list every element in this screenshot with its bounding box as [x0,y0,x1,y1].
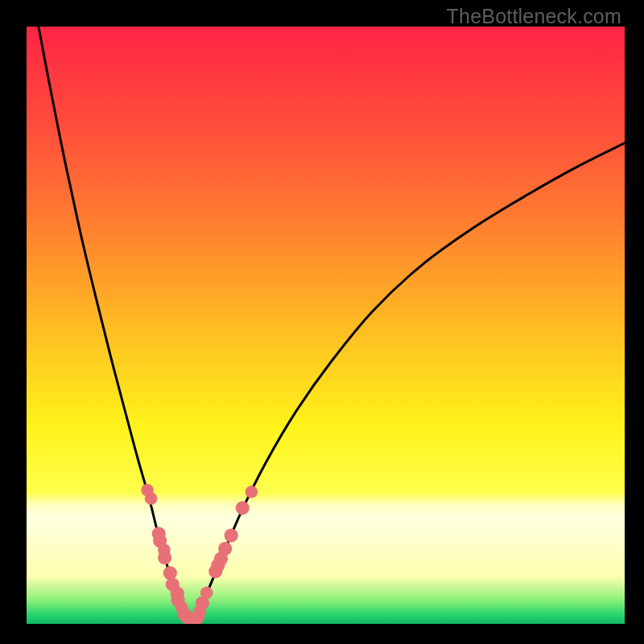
chart-canvas [27,27,625,624]
sample-dot [145,492,158,505]
bottleneck-curve [39,27,625,623]
watermark-label: TheBottleneck.com [447,5,621,28]
sample-dot [225,529,238,543]
sample-dots [141,484,258,624]
sample-dot [163,566,177,580]
sample-dot [200,587,213,600]
sample-dot [246,485,258,498]
sample-dot [218,542,232,555]
plot-area [27,27,625,624]
sample-dot [158,551,171,564]
sample-dot [236,501,250,514]
outer-frame: TheBottleneck.com [0,0,644,644]
